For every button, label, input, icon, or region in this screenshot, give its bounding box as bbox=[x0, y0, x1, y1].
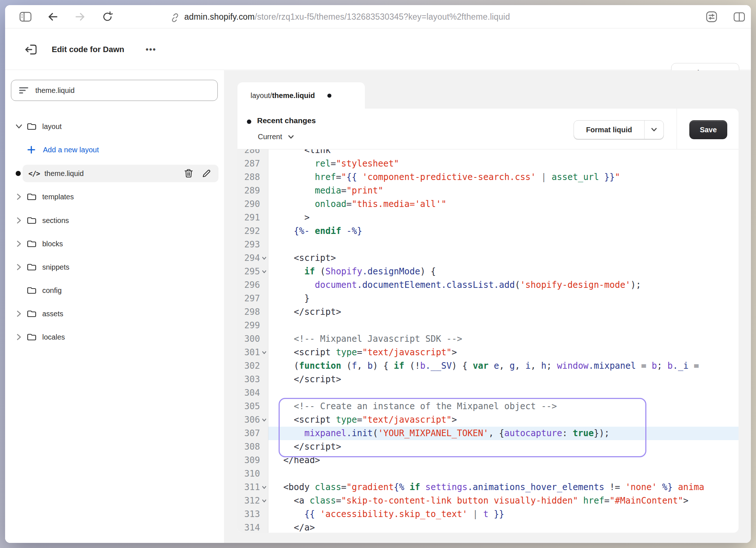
format-liquid-button[interactable]: Format liquid bbox=[574, 120, 664, 139]
chevron-right-icon[interactable] bbox=[14, 309, 24, 319]
code-line[interactable]: 294 <script> bbox=[237, 251, 739, 265]
code-line[interactable]: 290 onload="this.media='all'" bbox=[237, 197, 739, 211]
tab-theme-liquid[interactable]: layout/theme.liquid bbox=[237, 82, 365, 109]
line-number: 300 bbox=[237, 332, 260, 346]
fold-toggle-icon[interactable] bbox=[260, 494, 268, 508]
chevron-down-icon bbox=[650, 127, 658, 132]
folder-icon bbox=[26, 238, 37, 249]
app-header: Edit code for Dawn ••• Preview store bbox=[5, 29, 751, 70]
code-line[interactable]: 310 bbox=[237, 467, 739, 481]
fold-toggle-icon[interactable] bbox=[260, 481, 268, 494]
gutter: 300 bbox=[237, 332, 268, 346]
line-number: 295 bbox=[237, 265, 260, 278]
exit-editor-icon[interactable] bbox=[20, 29, 42, 70]
code-line[interactable]: 305 <!-- Create an instance of the Mixpa… bbox=[237, 400, 739, 413]
folder-label: blocks bbox=[42, 235, 63, 253]
sidebar-item-sections[interactable]: sections bbox=[5, 212, 224, 229]
code-line[interactable]: 311 <body class="gradient{% if settings.… bbox=[237, 481, 739, 494]
forward-button[interactable] bbox=[73, 5, 87, 28]
code-line[interactable]: 298 </script> bbox=[237, 305, 739, 319]
sidebar-item-layout[interactable]: layout bbox=[5, 118, 224, 135]
sidebar-item-snippets[interactable]: snippets bbox=[5, 258, 224, 276]
back-button[interactable] bbox=[46, 5, 60, 28]
code-line[interactable]: 288 href="{{ 'component-predictive-searc… bbox=[237, 171, 739, 184]
chevron-right-icon[interactable] bbox=[14, 239, 24, 249]
gutter: 304 bbox=[237, 386, 268, 400]
rename-file-button[interactable] bbox=[201, 168, 212, 179]
line-number: 298 bbox=[237, 305, 260, 319]
code-line[interactable]: 303 </script> bbox=[237, 373, 739, 386]
code-line[interactable]: 314 </a> bbox=[237, 521, 739, 533]
code-line[interactable]: 297 } bbox=[237, 292, 739, 305]
folder-icon bbox=[26, 285, 37, 296]
code-line[interactable]: 299 bbox=[237, 319, 739, 332]
split-view-icon[interactable] bbox=[731, 5, 748, 28]
code-line[interactable]: 296 document.documentElement.classList.a… bbox=[237, 278, 739, 292]
gutter: 293 bbox=[237, 238, 268, 251]
code-line[interactable]: 291 > bbox=[237, 211, 739, 224]
code-line[interactable]: 293 bbox=[237, 238, 739, 251]
code-line[interactable]: 287 rel="stylesheet" bbox=[237, 157, 739, 171]
save-button[interactable]: Save bbox=[689, 120, 727, 139]
code-line[interactable]: 295 if (Shopify.designMode) { bbox=[237, 265, 739, 278]
sidebar-item-blocks[interactable]: blocks bbox=[5, 235, 224, 253]
more-actions-button[interactable]: ••• bbox=[146, 29, 156, 70]
fold-toggle-icon[interactable] bbox=[260, 265, 268, 278]
code-line[interactable]: 313 {{ 'accessibility.skip_to_text' | t … bbox=[237, 508, 739, 521]
gutter: 302 bbox=[237, 359, 268, 373]
chevron-right-icon[interactable] bbox=[14, 192, 24, 202]
line-number: 294 bbox=[237, 251, 260, 265]
line-number: 290 bbox=[237, 197, 260, 211]
sidebar-item-theme-liquid[interactable]: </>theme.liquid bbox=[5, 165, 224, 182]
page-settings-icon[interactable] bbox=[703, 5, 720, 28]
sidebar-item-assets[interactable]: assets bbox=[5, 305, 224, 322]
page-title: Edit code for Dawn bbox=[52, 29, 124, 70]
code-line[interactable]: 307 mixpanel.init('YOUR_MIXPANEL_TOKEN',… bbox=[237, 427, 739, 440]
folder-icon bbox=[26, 262, 37, 273]
chevron-down-icon[interactable] bbox=[14, 121, 24, 132]
reload-button[interactable] bbox=[100, 5, 115, 28]
delete-file-button[interactable] bbox=[183, 168, 194, 179]
chevron-right-icon[interactable] bbox=[14, 215, 24, 226]
chevron-right-icon[interactable] bbox=[14, 332, 24, 342]
code-line[interactable]: 308 </script> bbox=[237, 440, 739, 454]
gutter: 306 bbox=[237, 413, 268, 427]
sidebar-item-config[interactable]: config bbox=[5, 282, 224, 299]
code-editor[interactable]: 286 <link287 rel="stylesheet"288 href="{… bbox=[237, 149, 739, 533]
line-number: 301 bbox=[237, 346, 260, 359]
folder-icon bbox=[26, 121, 37, 132]
address-bar[interactable]: admin.shopify.com/store/rzq1xu-f5/themes… bbox=[184, 5, 510, 28]
code-line[interactable]: 306 <script type="text/javascript"> bbox=[237, 413, 739, 427]
gutter: 301 bbox=[237, 346, 268, 359]
sidebar-item-templates[interactable]: templates bbox=[5, 188, 224, 206]
code-line[interactable]: 301 <script type="text/javascript"> bbox=[237, 346, 739, 359]
fold-toggle-icon[interactable] bbox=[260, 413, 268, 427]
file-sidebar: layoutAdd a new layout</>theme.liquidtem… bbox=[5, 70, 224, 543]
line-number: 288 bbox=[237, 171, 260, 184]
code-line[interactable]: 309 </head> bbox=[237, 454, 739, 467]
unsaved-dot-icon bbox=[327, 94, 331, 98]
code-line[interactable]: 312 <a class="skip-to-content-link butto… bbox=[237, 494, 739, 508]
format-options-chevron[interactable] bbox=[644, 121, 664, 139]
folder-label: snippets bbox=[42, 258, 70, 276]
fold-toggle-icon[interactable] bbox=[260, 346, 268, 359]
version-dropdown[interactable]: Current bbox=[258, 133, 295, 141]
chevron-right-icon[interactable] bbox=[14, 262, 24, 272]
code-line[interactable]: 292 {%- endif -%} bbox=[237, 224, 739, 238]
code-line[interactable]: 289 media="print" bbox=[237, 184, 739, 197]
folder-label: layout bbox=[42, 118, 62, 135]
line-number: 311 bbox=[237, 481, 260, 494]
gutter: 291 bbox=[237, 211, 268, 224]
code-line[interactable]: 300 <!-- Mixpanel Javascript SDK --> bbox=[237, 332, 739, 346]
sidebar-item-locales[interactable]: locales bbox=[5, 328, 224, 346]
editor-toolbar: Recent changes Current Format liquid Sav… bbox=[237, 109, 739, 149]
fold-toggle-icon[interactable] bbox=[260, 251, 268, 265]
code-file-icon: </> bbox=[28, 165, 40, 182]
sidebar-item-add-a-new-layout[interactable]: Add a new layout bbox=[5, 141, 224, 158]
sidebar-toggle-icon[interactable] bbox=[18, 5, 33, 28]
line-number: 302 bbox=[237, 359, 260, 373]
code-line[interactable]: 286 <link bbox=[237, 149, 739, 157]
line-number: 305 bbox=[237, 400, 260, 413]
code-line[interactable]: 302 (function (f, b) { if (!b.__SV) { va… bbox=[237, 359, 739, 373]
code-line[interactable]: 304 bbox=[237, 386, 739, 400]
